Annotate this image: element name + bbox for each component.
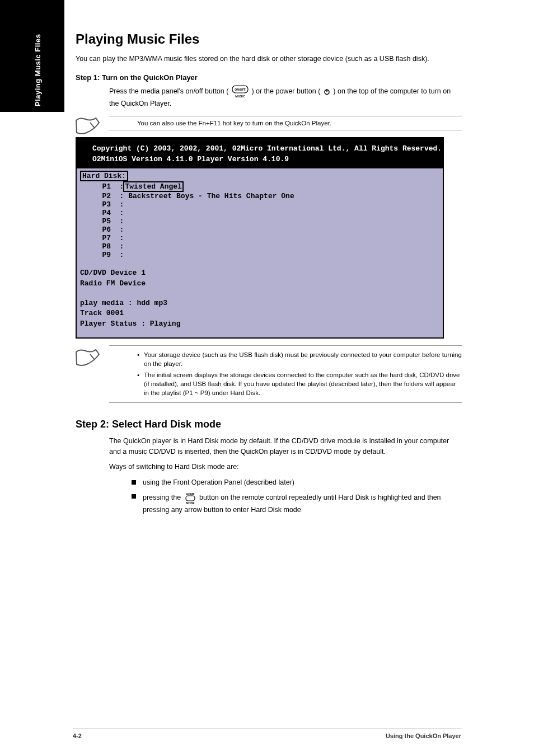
note2-bullet: • The initial screen displays the storag… bbox=[137, 370, 462, 397]
step2-p2: Ways of switching to Hard Disk mode are: bbox=[109, 462, 462, 472]
step2-b2-pre: pressing the bbox=[143, 494, 183, 501]
step2-p1: The QuickOn player is in Hard Disk mode … bbox=[109, 436, 462, 458]
page-footer: 4-2 Using the QuickOn Player bbox=[0, 729, 534, 739]
step1-body: Press the media panel's on/off button ( … bbox=[109, 85, 462, 109]
device-line: CD/DVD Device 1 bbox=[80, 268, 443, 279]
footer-title: Using the QuickOn Player bbox=[386, 732, 461, 739]
note2-b2: The initial screen displays the storage … bbox=[144, 370, 462, 397]
playlist: P1 :Twisted Angel P2 : Backstreet Boys -… bbox=[89, 181, 443, 259]
playlist-row: P4 : bbox=[89, 209, 443, 217]
footer-page-number: 4-2 bbox=[73, 732, 82, 739]
step2-bullet: using the Front Operation Panel (describ… bbox=[132, 477, 462, 488]
svg-rect-6 bbox=[186, 496, 195, 501]
page: Playing Music Files Playing Music Files … bbox=[0, 0, 534, 756]
square-bullet-icon bbox=[132, 494, 136, 499]
note2-bullet: • Your storage device (such as the USB f… bbox=[137, 350, 462, 368]
hard-disk-label: Hard Disk: bbox=[80, 171, 128, 181]
note-icon bbox=[74, 116, 100, 138]
bullet-dot-icon: • bbox=[137, 370, 139, 397]
note2-b1: Your storage device (such as the USB fla… bbox=[144, 350, 462, 368]
step2-bullet: pressing the HOME MODE button on the rem… bbox=[132, 491, 462, 515]
slot-label: P1 bbox=[102, 182, 111, 191]
power-icon bbox=[324, 88, 330, 95]
playlist-row: P2 : Backstreet Boys - The Hits Chapter … bbox=[89, 192, 443, 200]
playlist-row: P8 : bbox=[89, 242, 443, 251]
square-bullet-icon bbox=[132, 480, 136, 485]
svg-text:ON/OFF: ON/OFF bbox=[235, 88, 246, 91]
step2-bullet1-text: using the Front Operation Panel (describ… bbox=[143, 477, 294, 488]
step1-text-pre: Press the media panel's on/off button ( bbox=[109, 87, 228, 95]
screen-copyright: Copyright (C) 2003, 2002, 2001, 02Micro … bbox=[92, 144, 442, 153]
slot-label: P3 bbox=[102, 200, 111, 209]
step2-heading: Step 2: Select Hard Disk mode bbox=[76, 419, 462, 430]
intro-paragraph: You can play the MP3/WMA music files sto… bbox=[76, 54, 462, 64]
note2-block: • Your storage device (such as the USB f… bbox=[109, 345, 462, 402]
side-tab-label: Playing Music Files bbox=[34, 34, 42, 106]
step2-bullet2-text: pressing the HOME MODE button on the rem… bbox=[143, 491, 462, 515]
slot-label: P8 bbox=[102, 242, 111, 251]
slot-label: P5 bbox=[102, 217, 111, 226]
page-heading: Playing Music Files bbox=[76, 31, 462, 47]
bullet-dot-icon: • bbox=[137, 350, 139, 368]
playlist-row: P3 : bbox=[89, 200, 443, 209]
track-title: Backstreet Boys - The Hits Chapter One bbox=[128, 192, 294, 200]
content-area: Playing Music Files You can play the MP3… bbox=[76, 31, 462, 519]
svg-text:MUSIC: MUSIC bbox=[235, 95, 245, 98]
slot-label: P4 bbox=[102, 209, 111, 217]
screen-header: Copyright (C) 2003, 2002, 2001, 02Micro … bbox=[77, 138, 443, 168]
playlist-row: P7 : bbox=[89, 234, 443, 242]
step1-heading: Step 1: Turn on the QuickOn Player bbox=[76, 73, 462, 82]
slot-label: P2 bbox=[102, 192, 111, 200]
play-media-line: play media : hdd mp3 bbox=[80, 298, 443, 309]
device-list: CD/DVD Device 1 Radio FM Device bbox=[80, 268, 443, 289]
track-line: Track 0001 bbox=[80, 308, 443, 319]
step1-text-mid: ) or the power button ( bbox=[251, 87, 322, 95]
note1-block: You can also use the Fn+F11 hot key to t… bbox=[109, 116, 462, 130]
status-block: play media : hdd mp3 Track 0001 Player S… bbox=[80, 298, 443, 330]
playlist-row: P5 : bbox=[89, 217, 443, 226]
player-screen: Copyright (C) 2003, 2002, 2001, 02Micro … bbox=[76, 137, 444, 339]
device-line: Radio FM Device bbox=[80, 279, 443, 289]
footer-rule bbox=[73, 729, 461, 729]
note-icon bbox=[74, 348, 100, 370]
slot-label: P9 bbox=[102, 251, 111, 259]
selected-track: Twisted Angel bbox=[123, 181, 183, 192]
player-status-line: Player Status : Playing bbox=[80, 319, 443, 330]
playlist-row: P1 :Twisted Angel bbox=[89, 181, 443, 192]
side-tab: Playing Music Files bbox=[0, 0, 64, 112]
svg-text:HOME: HOME bbox=[186, 492, 195, 496]
screen-osver: O2MiniOS Version 4.11.0 Player Version 4… bbox=[92, 155, 289, 163]
note1-text: You can also use the Fn+F11 hot key to t… bbox=[109, 118, 331, 129]
svg-text:MODE: MODE bbox=[186, 501, 195, 505]
playlist-row: P9 : bbox=[89, 251, 443, 259]
slot-label: P7 bbox=[102, 234, 111, 242]
home-mode-key-icon: HOME MODE bbox=[183, 491, 198, 505]
screen-body: Hard Disk: P1 :Twisted Angel P2 : Backst… bbox=[77, 168, 443, 337]
onoff-music-key-icon: ON/OFF MUSIC bbox=[232, 85, 249, 98]
playlist-row: P6 : bbox=[89, 226, 443, 234]
slot-label: P6 bbox=[102, 226, 111, 234]
